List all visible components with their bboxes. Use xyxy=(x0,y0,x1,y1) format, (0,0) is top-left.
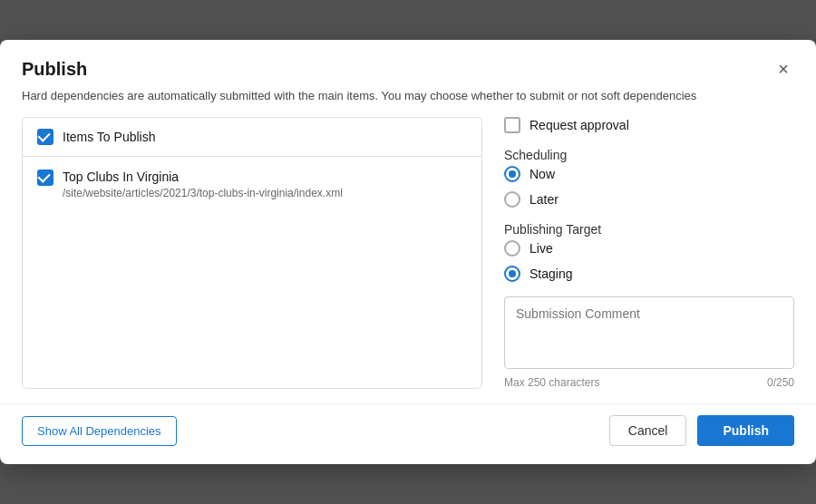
comment-section: Max 250 characters 0/250 xyxy=(504,296,794,389)
cancel-button[interactable]: Cancel xyxy=(609,415,687,446)
publish-dialog: Publish × Hard dependencies are automati… xyxy=(0,40,816,464)
show-dependencies-button[interactable]: Show All Dependencies xyxy=(22,416,177,446)
comment-max-label: Max 250 characters xyxy=(504,376,599,389)
scheduling-radio-group: Now Later xyxy=(504,166,794,208)
items-header: Items To Publish xyxy=(23,118,481,157)
publishing-target-radio-group: Live Staging xyxy=(504,240,794,282)
publishing-target-label: Publishing Target xyxy=(504,222,794,237)
scheduling-now-label: Now xyxy=(529,167,555,181)
target-live-label: Live xyxy=(529,241,553,256)
footer-actions: Cancel Publish xyxy=(609,415,794,446)
options-panel: Request approval Scheduling Now Later xyxy=(504,117,794,389)
dialog-body: Items To Publish Top Clubs In Virginia /… xyxy=(0,117,816,403)
request-approval-row: Request approval xyxy=(504,117,794,133)
dialog-title: Publish xyxy=(22,59,87,80)
item-checkbox[interactable] xyxy=(37,170,53,186)
target-staging-radio[interactable] xyxy=(504,266,520,282)
table-row: Top Clubs In Virginia /site/website/arti… xyxy=(23,157,481,212)
scheduling-now-option[interactable]: Now xyxy=(504,166,794,182)
items-panel: Items To Publish Top Clubs In Virginia /… xyxy=(22,117,482,389)
dialog-footer: Show All Dependencies Cancel Publish xyxy=(0,403,816,464)
close-button[interactable]: × xyxy=(772,58,794,80)
submission-comment-input[interactable] xyxy=(504,296,794,369)
scheduling-later-radio[interactable] xyxy=(504,191,520,208)
scheduling-later-label: Later xyxy=(529,192,559,207)
item-path: /site/website/articles/2021/3/top-clubs-… xyxy=(63,187,343,199)
comment-count-label: 0/250 xyxy=(767,376,794,389)
scheduling-later-option[interactable]: Later xyxy=(504,191,794,208)
dialog-header: Publish × xyxy=(0,40,816,89)
publishing-target-section: Publishing Target Live Staging xyxy=(504,222,794,282)
request-approval-label: Request approval xyxy=(529,118,629,132)
comment-meta: Max 250 characters 0/250 xyxy=(504,376,794,389)
item-info: Top Clubs In Virginia /site/website/arti… xyxy=(63,170,343,199)
scheduling-now-radio[interactable] xyxy=(504,166,520,182)
target-live-radio[interactable] xyxy=(504,240,520,257)
request-approval-checkbox[interactable] xyxy=(504,117,520,133)
dialog-subtitle: Hard dependencies are automatically subm… xyxy=(0,89,816,117)
scheduling-section: Scheduling Now Later xyxy=(504,148,794,208)
item-name: Top Clubs In Virginia xyxy=(63,170,343,184)
target-staging-option[interactable]: Staging xyxy=(504,266,794,282)
scheduling-label: Scheduling xyxy=(504,148,794,162)
publish-button[interactable]: Publish xyxy=(697,415,794,446)
target-staging-label: Staging xyxy=(529,267,572,281)
items-to-publish-label: Items To Publish xyxy=(63,130,155,144)
target-live-option[interactable]: Live xyxy=(504,240,794,257)
items-to-publish-checkbox[interactable] xyxy=(37,129,53,145)
